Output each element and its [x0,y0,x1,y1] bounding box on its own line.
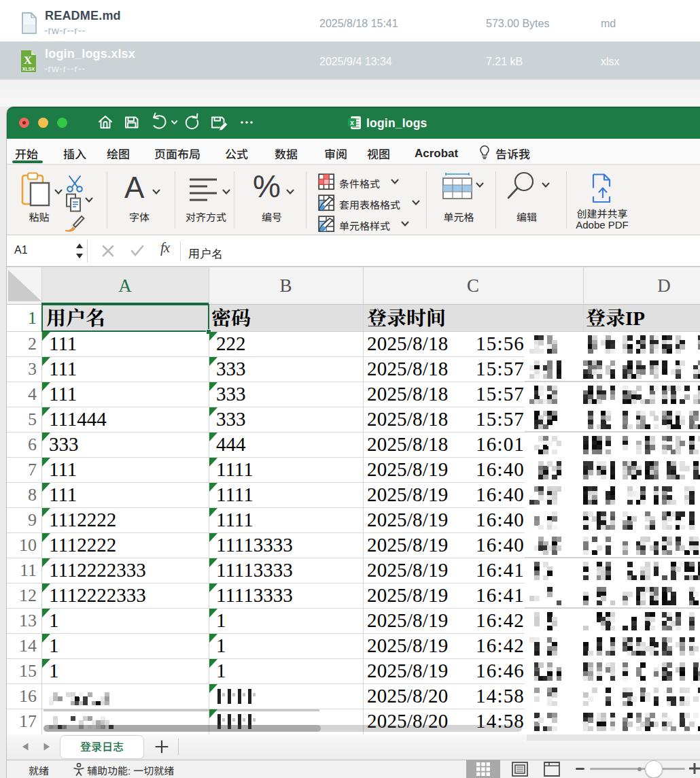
svg-text:X: X [24,54,33,67]
svg-text:x: x [350,119,354,126]
svg-text:XLSX: XLSX [22,67,35,71]
